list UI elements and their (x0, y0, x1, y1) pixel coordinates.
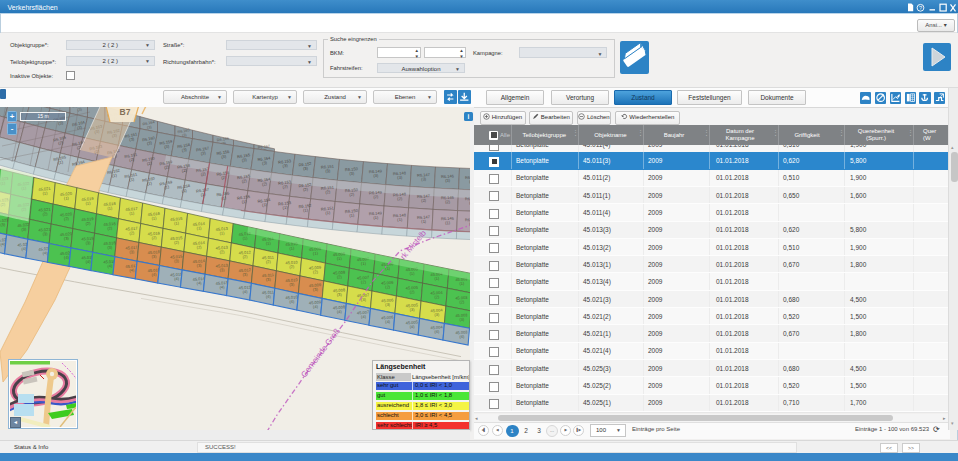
svg-text:(2): (2) (469, 200, 470, 205)
svg-text:?: ? (919, 5, 922, 11)
svg-text:B7: B7 (120, 107, 131, 117)
svg-text:(3): (3) (445, 178, 451, 183)
svg-text:(1): (1) (445, 220, 451, 225)
svg-text:(2): (2) (445, 199, 451, 204)
svg-text:(3): (3) (469, 179, 470, 184)
